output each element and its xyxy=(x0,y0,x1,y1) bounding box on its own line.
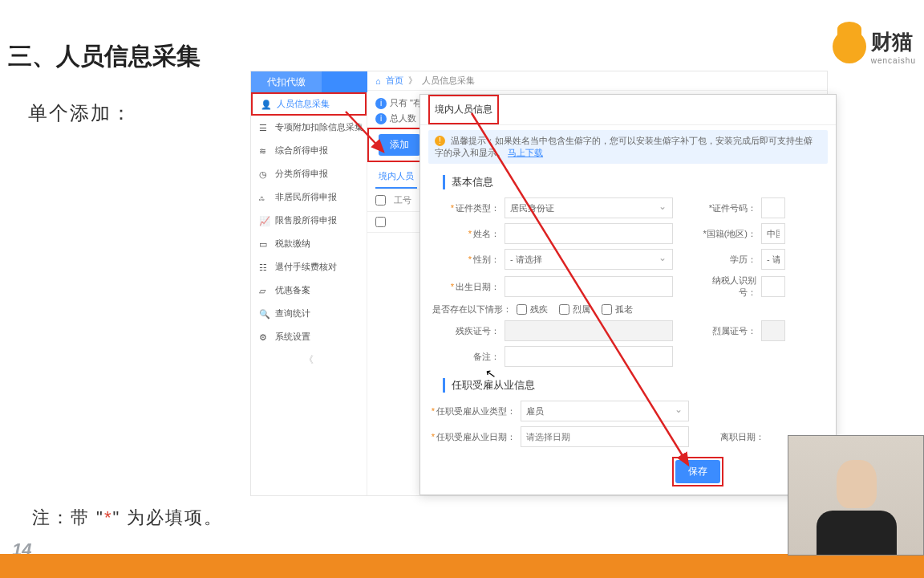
slide-note: 注：带 "*" 为必填项。 xyxy=(32,506,223,530)
inp-remark[interactable] xyxy=(505,346,673,367)
tip-banner: ! 温馨提示：如果姓名当中包含生僻字的，您可以安装生僻字补丁包，安装完成后即可支… xyxy=(428,130,828,164)
brand-name: 财猫 xyxy=(871,28,916,56)
person-icon: ஃ xyxy=(259,193,269,202)
info-icon: i xyxy=(375,113,387,124)
section-job: 任职受雇从业信息 xyxy=(443,378,836,393)
tax-app-window: 代扣代缴 ⌂ 首页 》 人员信息采集 👤人员信息采集 ☰专项附加扣除信息采集 ≋… xyxy=(250,71,828,496)
lbl-remark: 备注： xyxy=(428,351,505,363)
lbl-birth: *出生日期： xyxy=(428,281,505,293)
warn-icon: ! xyxy=(435,136,445,146)
home-icon[interactable]: ⌂ xyxy=(375,76,381,86)
sidebar-item-nonresident[interactable]: ஃ非居民所得申报 xyxy=(251,185,367,209)
lbl-idno: *证件号码： xyxy=(697,202,761,214)
search-icon: 🔍 xyxy=(259,309,269,319)
add-button[interactable]: 添加 xyxy=(379,134,420,156)
sel-gender[interactable] xyxy=(505,249,673,270)
tip-download-link[interactable]: 马上下载 xyxy=(508,148,543,157)
layers-icon: ≋ xyxy=(259,146,269,156)
lbl-disno: 残疾证号： xyxy=(428,325,505,337)
crumb-home[interactable]: 首页 xyxy=(386,75,403,87)
notice-text: 只有 "有 xyxy=(390,97,422,109)
cat-coin-icon xyxy=(833,30,866,63)
folder-icon: ▭ xyxy=(259,239,269,249)
lbl-marno: 烈属证号： xyxy=(697,325,761,337)
inp-taxid[interactable] xyxy=(761,276,785,297)
inp-disno[interactable] xyxy=(505,320,673,341)
sidebar-item-classified[interactable]: ◷分类所得申报 xyxy=(251,162,367,185)
page-bar xyxy=(0,554,924,578)
chk-martyr[interactable]: 烈属 xyxy=(559,303,590,315)
info-icon: i xyxy=(375,98,387,109)
top-tab-withholding[interactable]: 代扣代缴 xyxy=(251,71,322,92)
modal-tab-domestic[interactable]: 境内人员信息 xyxy=(430,96,497,123)
sel-nation[interactable] xyxy=(761,223,785,244)
lbl-jobtype: *任职受雇从业类型： xyxy=(428,405,521,417)
breadcrumb: ⌂ 首页 》 人员信息采集 xyxy=(367,71,827,91)
lbl-leavedate: 离职日期： xyxy=(705,431,769,443)
inp-birth[interactable] xyxy=(505,276,673,297)
lbl-nation: *国籍(地区)： xyxy=(697,228,761,240)
brand-logo-block: 财猫 wencaishu xyxy=(833,28,916,65)
sidebar-item-refund[interactable]: ☷退付手续费核对 xyxy=(251,255,367,279)
sidebar-item-personnel[interactable]: 👤人员信息采集 xyxy=(251,92,367,116)
clock-icon: ◷ xyxy=(259,169,269,179)
section-basic: 基本信息 xyxy=(443,175,836,189)
lbl-jobdate: *任职受雇从业日期： xyxy=(428,431,521,443)
tip-label: 温馨提示： xyxy=(451,136,495,145)
user-icon: 👤 xyxy=(261,100,270,109)
inp-name[interactable] xyxy=(505,223,673,244)
presenter-video xyxy=(788,435,924,556)
slide-subtitle: 单个添加： xyxy=(28,100,132,126)
chart-icon: 📈 xyxy=(259,216,269,226)
sidebar-item-payment[interactable]: ▭税款缴纳 xyxy=(251,232,367,255)
chk-disabled[interactable]: 残疾 xyxy=(517,303,548,315)
sidebar-collapse[interactable]: 《 xyxy=(251,353,367,367)
sidebar-item-settings[interactable]: ⚙系统设置 xyxy=(251,325,367,348)
sidebar-item-restricted[interactable]: 📈限售股所得申报 xyxy=(251,209,367,232)
modal-tabs: 境内人员信息 xyxy=(420,95,836,125)
list-icon: ☰ xyxy=(259,123,269,132)
col-id: 工号 xyxy=(394,194,411,206)
lbl-gender: *性别： xyxy=(428,254,505,266)
lbl-edu: 学历： xyxy=(697,254,761,266)
checkbox-row[interactable] xyxy=(375,217,386,227)
doc-icon: ☷ xyxy=(259,263,269,272)
crumb-sep: 》 xyxy=(408,75,417,87)
sel-jobtype[interactable] xyxy=(521,401,689,421)
sidebar-item-special-deduct[interactable]: ☰专项附加扣除信息采集 xyxy=(251,116,367,139)
crumb-current: 人员信息采集 xyxy=(422,75,475,87)
inp-marno[interactable] xyxy=(761,320,785,341)
inp-idno[interactable] xyxy=(761,197,785,218)
lbl-exist: 是否存在以下情形： xyxy=(428,303,517,315)
sidebar-item-query[interactable]: 🔍查询统计 xyxy=(251,302,367,325)
sidebar-item-preferential[interactable]: ▱优惠备案 xyxy=(251,279,367,302)
lbl-taxid: 纳税人识别号： xyxy=(697,275,761,299)
card-icon: ▱ xyxy=(259,286,269,295)
add-person-modal: 境内人员信息 ! 温馨提示：如果姓名当中包含生僻字的，您可以安装生僻字补丁包，安… xyxy=(419,94,837,495)
inp-jobdate[interactable] xyxy=(521,426,689,447)
sel-idtype[interactable] xyxy=(505,197,673,218)
sidebar: 👤人员信息采集 ☰专项附加扣除信息采集 ≋综合所得申报 ◷分类所得申报 ஃ非居民… xyxy=(251,92,367,495)
sel-edu[interactable] xyxy=(761,249,785,270)
sidebar-item-comprehensive[interactable]: ≋综合所得申报 xyxy=(251,139,367,162)
tab-domestic[interactable]: 境内人员 xyxy=(375,165,417,189)
checkbox-all[interactable] xyxy=(375,195,386,206)
brand-sub: wencaishu xyxy=(871,56,916,65)
chk-elder[interactable]: 孤老 xyxy=(602,303,633,315)
slide-title: 三、人员信息采集 xyxy=(8,40,201,73)
lbl-idtype: *证件类型： xyxy=(428,202,505,214)
save-button[interactable]: 保存 xyxy=(675,460,720,483)
lbl-name: *姓名： xyxy=(428,228,505,240)
gear-icon: ⚙ xyxy=(259,332,269,342)
